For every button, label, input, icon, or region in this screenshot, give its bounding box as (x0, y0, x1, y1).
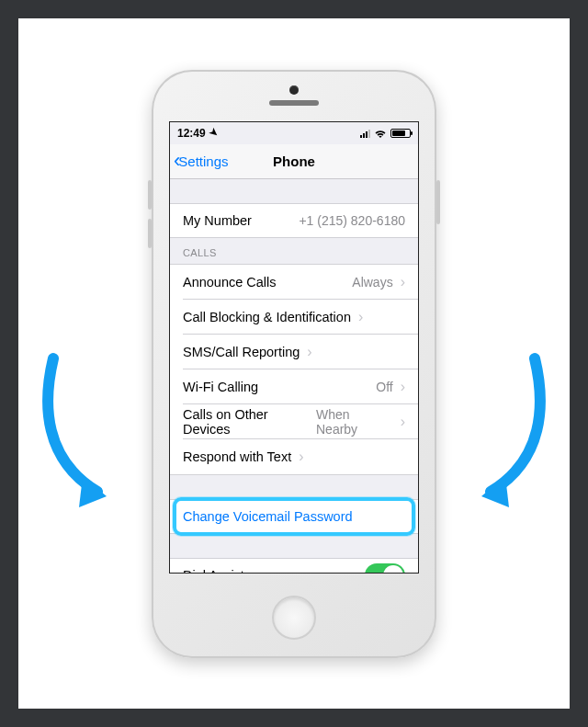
dial-assist-toggle[interactable] (365, 563, 405, 573)
row-label: Dial Assist (183, 568, 244, 573)
callout-arrow-left (35, 349, 145, 515)
earpiece-speaker-icon (269, 100, 319, 106)
chevron-right-icon: › (299, 449, 303, 465)
row-value: When Nearby (316, 407, 393, 437)
row-label: Respond with Text (183, 449, 291, 464)
group-calls: Announce Calls Always › Call Blocking & … (170, 264, 418, 475)
row-value: Always (352, 275, 392, 290)
iphone-device-frame: 12:49 ➤ ‹ Settings Phone (152, 70, 436, 658)
row-label: Announce Calls (183, 275, 277, 290)
chevron-right-icon: › (358, 309, 363, 325)
navigation-bar: ‹ Settings Phone (170, 144, 418, 179)
row-wifi-calling[interactable]: Wi-Fi Calling Off › (170, 369, 418, 404)
front-camera-icon (289, 85, 299, 95)
row-label: Wi-Fi Calling (183, 380, 258, 394)
row-calls-other-devices[interactable]: Calls on Other Devices When Nearby › (170, 404, 418, 439)
row-respond-with-text[interactable]: Respond with Text › (170, 439, 418, 474)
back-button[interactable]: ‹ Settings (170, 151, 229, 171)
status-time: 12:49 (177, 127, 206, 140)
row-label: Calls on Other Devices (183, 407, 316, 437)
row-label: My Number (183, 213, 252, 228)
phone-screen: 12:49 ➤ ‹ Settings Phone (169, 121, 419, 574)
phone-top-bezel (152, 70, 436, 121)
home-button[interactable] (272, 596, 316, 640)
chevron-right-icon: › (307, 344, 311, 360)
chevron-right-icon: › (401, 274, 405, 290)
row-label: Change Voicemail Password (183, 509, 353, 524)
status-bar: 12:49 ➤ (170, 122, 418, 144)
row-dial-assist[interactable]: Dial Assist (170, 558, 418, 573)
row-change-voicemail-password[interactable]: Change Voicemail Password (170, 499, 418, 534)
battery-icon (390, 129, 411, 138)
back-label: Settings (178, 153, 228, 169)
row-sms-call-reporting[interactable]: SMS/Call Reporting › (170, 335, 418, 369)
row-announce-calls[interactable]: Announce Calls Always › (170, 265, 418, 300)
row-call-blocking[interactable]: Call Blocking & Identification › (170, 300, 418, 335)
location-services-icon: ➤ (207, 126, 220, 141)
settings-list[interactable]: My Number +1 (215) 820-6180 CALLS Announ… (170, 179, 418, 573)
row-label: SMS/Call Reporting (183, 345, 300, 359)
section-header-calls: CALLS (170, 238, 418, 264)
outer-frame: 12:49 ➤ ‹ Settings Phone (18, 18, 570, 709)
chevron-right-icon: › (401, 379, 405, 395)
callout-arrow-right (443, 349, 553, 515)
row-my-number[interactable]: My Number +1 (215) 820-6180 (170, 203, 418, 238)
row-label: Call Blocking & Identification (183, 310, 351, 324)
row-value: Off (376, 380, 392, 394)
cellular-signal-icon (360, 129, 370, 138)
row-value: +1 (215) 820-6180 (299, 213, 405, 228)
chevron-right-icon: › (401, 414, 405, 430)
wifi-icon (374, 129, 387, 138)
